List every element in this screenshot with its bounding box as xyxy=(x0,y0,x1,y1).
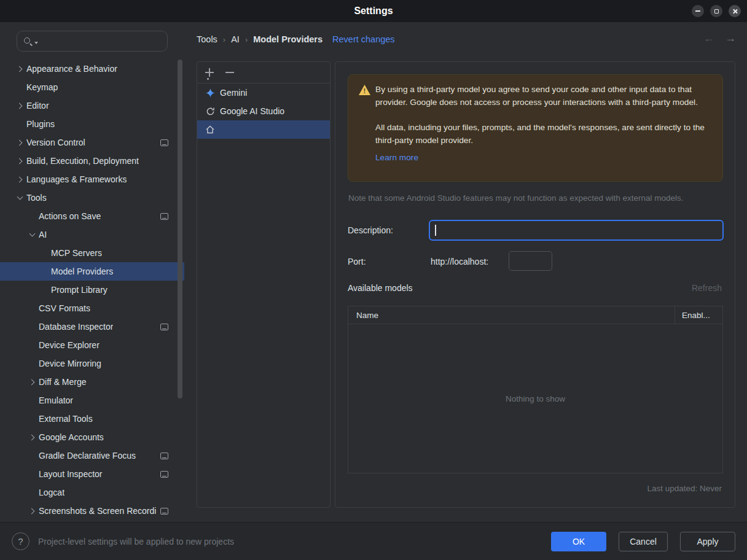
chevron-down-icon[interactable] xyxy=(29,231,36,237)
chevron-right-icon[interactable] xyxy=(17,158,23,164)
refresh-button[interactable]: Refresh xyxy=(692,283,722,293)
close-button[interactable] xyxy=(729,5,741,17)
chevron-down-icon[interactable] xyxy=(17,194,23,200)
home-icon xyxy=(205,125,215,134)
chevron-right-icon[interactable] xyxy=(29,434,35,440)
search-options-caret-icon[interactable] xyxy=(34,42,38,44)
sidebar-item-label: Languages & Frameworks xyxy=(26,174,127,184)
sidebar-item-label: Layout Inspector xyxy=(39,469,103,479)
help-button[interactable]: ? xyxy=(12,532,29,550)
cancel-button[interactable]: Cancel xyxy=(619,532,668,551)
dialog-footer: ? Project-level settings will be applied… xyxy=(0,522,747,560)
sidebar-item-tools[interactable]: Tools xyxy=(0,189,184,207)
sidebar-item-prompt-library[interactable]: Prompt Library xyxy=(0,281,184,299)
warning-paragraph-2: All data, including your files, prompts,… xyxy=(375,121,708,147)
settings-tree: Appearance & BehaviorKeymapEditorPlugins… xyxy=(0,60,184,520)
sidebar-item-build-execution-deployment[interactable]: Build, Execution, Deployment xyxy=(0,152,184,170)
sidebar-item-plugins[interactable]: Plugins xyxy=(0,115,184,133)
sidebar-item-external-tools[interactable]: External Tools xyxy=(0,410,184,428)
sidebar-item-label: External Tools xyxy=(39,414,93,424)
sidebar-item-label: CSV Formats xyxy=(39,303,90,313)
sidebar-item-editor[interactable]: Editor xyxy=(0,96,184,115)
description-label: Description: xyxy=(348,225,393,235)
available-models-label: Available models xyxy=(348,283,413,293)
sidebar-item-label: Appearance & Behavior xyxy=(26,64,117,74)
warning-icon: ! xyxy=(359,85,370,95)
port-input[interactable] xyxy=(509,251,552,271)
breadcrumb-item-model-providers: Model Providers xyxy=(253,34,323,44)
sidebar-item-label: Version Control xyxy=(26,138,85,147)
screen-settings-badge-icon xyxy=(160,324,168,330)
sidebar-item-device-explorer[interactable]: Device Explorer xyxy=(0,336,184,354)
provider-list: GeminiGoogle AI Studio xyxy=(197,84,330,139)
sidebar-item-layout-inspector[interactable]: Layout Inspector xyxy=(0,465,184,483)
add-dropdown-dot-icon xyxy=(207,78,209,80)
maximize-button[interactable] xyxy=(710,5,722,17)
sidebar-item-diff-merge[interactable]: Diff & Merge xyxy=(0,373,184,391)
search-input[interactable] xyxy=(40,31,167,51)
empty-table-text: Nothing to show xyxy=(506,394,565,403)
sidebar-item-database-inspector[interactable]: Database Inspector xyxy=(0,317,184,336)
remove-provider-button[interactable] xyxy=(225,68,235,77)
add-provider-button[interactable] xyxy=(205,68,214,77)
screen-settings-badge-icon xyxy=(160,213,168,220)
footer-note: Project-level settings will be applied t… xyxy=(38,537,234,546)
apply-button[interactable]: Apply xyxy=(680,532,735,551)
sidebar-item-version-control[interactable]: Version Control xyxy=(0,133,184,152)
provider-item-new[interactable] xyxy=(197,120,330,139)
sidebar-item-emulator[interactable]: Emulator xyxy=(0,391,184,410)
back-arrow-icon[interactable]: ← xyxy=(703,32,714,45)
chevron-right-icon[interactable] xyxy=(17,176,23,182)
sidebar-item-ai[interactable]: AI xyxy=(0,225,184,244)
sidebar-item-mcp-servers[interactable]: MCP Servers xyxy=(0,244,184,262)
sidebar-scrollbar[interactable] xyxy=(178,60,182,399)
provider-item-gemini[interactable]: Gemini xyxy=(197,84,330,102)
chevron-right-icon[interactable] xyxy=(17,139,23,146)
revert-changes-link[interactable]: Revert changes xyxy=(332,34,395,44)
sidebar-item-label: AI xyxy=(39,230,47,239)
learn-more-link[interactable]: Learn more xyxy=(375,153,418,162)
sidebar-item-screenshots-screen-recordi[interactable]: Screenshots & Screen Recordi xyxy=(0,502,184,520)
breadcrumb-item-ai[interactable]: AI xyxy=(231,34,240,44)
sidebar-item-label: Editor xyxy=(26,101,49,111)
ok-button[interactable]: OK xyxy=(551,532,606,551)
sidebar-item-device-mirroring[interactable]: Device Mirroring xyxy=(0,354,184,373)
chevron-slot xyxy=(14,141,26,145)
minimize-icon xyxy=(695,10,700,12)
models-table: NameEnabl... Nothing to show xyxy=(348,306,723,473)
chevron-right-icon[interactable] xyxy=(29,379,35,385)
sidebar-item-label: Google Accounts xyxy=(39,432,104,442)
forward-arrow-icon[interactable]: → xyxy=(725,32,736,45)
sidebar-item-actions-on-save[interactable]: Actions on Save xyxy=(0,207,184,225)
search-box[interactable] xyxy=(17,31,168,52)
sidebar-item-csv-formats[interactable]: CSV Formats xyxy=(0,299,184,317)
sidebar-item-model-providers[interactable]: Model Providers xyxy=(0,262,184,281)
sidebar-item-label: Emulator xyxy=(39,395,73,405)
column-header-enabl[interactable]: Enabl... xyxy=(675,306,722,324)
provider-item-label: Gemini xyxy=(220,88,247,98)
gemini-icon xyxy=(205,88,215,98)
breadcrumb-item-tools[interactable]: Tools xyxy=(197,34,217,44)
sidebar-item-label: Gradle Declarative Focus xyxy=(39,451,136,461)
minimize-button[interactable] xyxy=(692,5,704,17)
chevron-right-icon[interactable] xyxy=(29,508,35,514)
sidebar-item-appearance-behavior[interactable]: Appearance & Behavior xyxy=(0,60,184,78)
question-mark-icon: ? xyxy=(18,536,23,546)
history-nav: ← → xyxy=(703,32,736,45)
sidebar-item-label: Model Providers xyxy=(51,266,113,276)
column-header-name[interactable]: Name xyxy=(348,306,675,324)
provider-item-google-ai-studio[interactable]: Google AI Studio xyxy=(197,102,330,120)
sidebar-item-google-accounts[interactable]: Google Accounts xyxy=(0,428,184,446)
chevron-slot xyxy=(26,435,39,440)
sidebar-item-gradle-declarative-focus[interactable]: Gradle Declarative Focus xyxy=(0,446,184,465)
chevron-right-icon[interactable] xyxy=(17,103,23,109)
chevron-right-icon[interactable] xyxy=(17,66,23,72)
screen-settings-badge-icon xyxy=(160,508,168,515)
sidebar-item-label: Device Mirroring xyxy=(39,359,101,368)
sidebar-item-languages-frameworks[interactable]: Languages & Frameworks xyxy=(0,170,184,189)
sidebar-item-label: Diff & Merge xyxy=(39,377,87,387)
sidebar-item-keymap[interactable]: Keymap xyxy=(0,78,184,96)
sidebar-item-logcat[interactable]: Logcat xyxy=(0,483,184,502)
description-input[interactable] xyxy=(429,220,724,241)
screen-settings-badge-icon xyxy=(160,453,168,459)
